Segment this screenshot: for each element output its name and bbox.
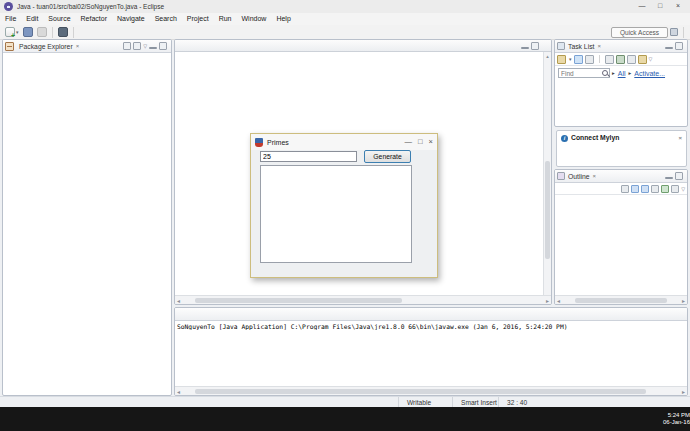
menu-bar: FileEditSourceRefactorNavigateSearchProj… (0, 13, 690, 25)
menu-help[interactable]: Help (271, 13, 295, 25)
sync-tasks-icon[interactable] (616, 55, 625, 64)
clock-date: 06-Jan-16 (663, 419, 690, 426)
console-tabbar (175, 308, 687, 321)
dialog-titlebar[interactable]: Primes — □ × (251, 134, 437, 150)
console-horizontal-scrollbar[interactable]: ◂▸ (175, 386, 687, 395)
search-icon (601, 69, 609, 77)
console-monitor-icon[interactable] (57, 26, 69, 39)
outline-panel: Outline× ▽ ◂▸ (554, 169, 688, 305)
eclipse-logo-icon (4, 2, 13, 11)
package-explorer-header: Package Explorer× ▽ (3, 40, 171, 53)
connect-mylyn-box: i Connect Mylyn × (556, 130, 687, 167)
tab-outline[interactable]: Outline× (567, 170, 597, 183)
dialog-close-button[interactable]: × (429, 135, 433, 149)
info-icon: i (561, 135, 568, 142)
filter-completed-icon[interactable] (627, 55, 636, 64)
console-panel: SoNguyenTo [Java Application] C:\Program… (174, 307, 688, 396)
number-input[interactable] (260, 151, 357, 162)
menu-refactor[interactable]: Refactor (76, 13, 112, 25)
package-explorer-panel: Package Explorer× ▽ (2, 39, 172, 396)
view-menu-icon[interactable]: ▽ (681, 186, 685, 192)
task-list-icon (557, 42, 565, 50)
clock-time: 5:24 PM (663, 412, 690, 419)
maximize-view-icon[interactable] (159, 42, 167, 50)
save-all-icon[interactable] (36, 26, 48, 39)
main-toolbar: ▾ Quick Access (0, 25, 690, 40)
minimize-view-icon[interactable] (149, 47, 157, 49)
task-options-icon[interactable] (638, 55, 647, 64)
sort-icon[interactable] (621, 185, 629, 193)
activate-link[interactable]: Activate... (634, 70, 665, 77)
primes-dialog: Primes — □ × Generate (250, 133, 438, 278)
new-task-icon[interactable] (557, 55, 566, 64)
outline-horizontal-scrollbar[interactable]: ◂▸ (555, 295, 687, 304)
editor-horizontal-scrollbar[interactable]: ◂▸ (175, 295, 551, 304)
primes-list[interactable] (260, 165, 412, 263)
maximize-view-icon[interactable] (675, 42, 683, 50)
new-wizard-icon[interactable]: ▾ (4, 26, 20, 39)
windows-taskbar: 5:24 PM 06-Jan-16 (0, 407, 690, 431)
editor-vertical-scrollbar[interactable]: ▴ (543, 52, 551, 295)
save-icon[interactable] (22, 26, 34, 39)
scheduled-view-icon[interactable] (585, 55, 594, 64)
mylyn-title: Connect Mylyn (571, 134, 619, 142)
hide-fields-icon[interactable] (631, 185, 639, 193)
menu-project[interactable]: Project (182, 13, 214, 25)
link-with-editor-icon[interactable] (133, 42, 141, 50)
menu-window[interactable]: Window (236, 13, 271, 25)
view-menu-icon[interactable]: ▽ (143, 43, 147, 49)
categorized-view-icon[interactable] (574, 55, 583, 64)
generate-button[interactable]: Generate (364, 150, 411, 163)
java-app-icon (255, 138, 263, 147)
outline-icon (557, 172, 565, 180)
menu-source[interactable]: Source (43, 13, 75, 25)
window-maximize-button[interactable]: □ (652, 1, 668, 12)
collapse-all-icon[interactable] (123, 42, 131, 50)
window-minimize-button[interactable]: — (634, 1, 650, 12)
menu-file[interactable]: File (0, 13, 21, 25)
tab-task-list[interactable]: Task List× (567, 40, 602, 53)
menu-navigate[interactable]: Navigate (112, 13, 150, 25)
quick-access-box[interactable]: Quick Access (611, 27, 668, 38)
dialog-title: Primes (267, 139, 289, 146)
menu-search[interactable]: Search (150, 13, 182, 25)
console-message: SoNguyenTo [Java Application] C:\Program… (177, 323, 677, 330)
editor-tabbar (175, 40, 551, 52)
package-explorer-icon (5, 42, 14, 51)
dismiss-icon[interactable]: × (678, 134, 682, 142)
status-bar: Writable Smart Insert 32 : 40 (0, 396, 690, 407)
dialog-minimize-button[interactable]: — (405, 135, 413, 149)
hide-local-types-icon[interactable] (661, 185, 669, 193)
outline-tree (555, 195, 687, 196)
link-with-editor-icon[interactable] (671, 185, 679, 193)
maximize-view-icon[interactable] (675, 172, 683, 180)
minimize-view-icon[interactable] (665, 47, 673, 49)
desktop: Java - tuan01/src/bai02/SoNguyenTo.java … (0, 0, 690, 431)
all-link[interactable]: All (618, 70, 626, 77)
task-list-panel: Task List× ▾ ▽ ▸ All ▸ Activate... (554, 39, 688, 127)
minimize-editor-icon[interactable] (521, 47, 529, 49)
tab-package-explorer[interactable]: Package Explorer× (18, 40, 80, 53)
focus-on-workweek-icon[interactable] (605, 55, 614, 64)
minimize-view-icon[interactable] (665, 177, 673, 179)
hide-static-members-icon[interactable] (641, 185, 649, 193)
menu-run[interactable]: Run (214, 13, 237, 25)
package-explorer-tree (3, 53, 171, 55)
hide-non-public-icon[interactable] (651, 185, 659, 193)
open-perspective-icon[interactable] (669, 26, 679, 39)
outline-toolbar: ▽ (555, 183, 687, 195)
task-list-toolbar: ▾ ▽ (555, 53, 687, 66)
window-close-button[interactable]: × (670, 1, 686, 12)
taskbar-clock[interactable]: 5:24 PM 06-Jan-16 (659, 412, 690, 426)
view-menu-icon[interactable]: ▽ (649, 56, 653, 62)
task-list-find-row: ▸ All ▸ Activate... (555, 66, 687, 80)
window-title: Java - tuan01/src/bai02/SoNguyenTo.java … (17, 3, 164, 10)
window-titlebar: Java - tuan01/src/bai02/SoNguyenTo.java … (0, 0, 690, 13)
maximize-editor-icon[interactable] (531, 42, 539, 50)
menu-edit[interactable]: Edit (21, 13, 43, 25)
dialog-maximize-button[interactable]: □ (418, 135, 423, 149)
